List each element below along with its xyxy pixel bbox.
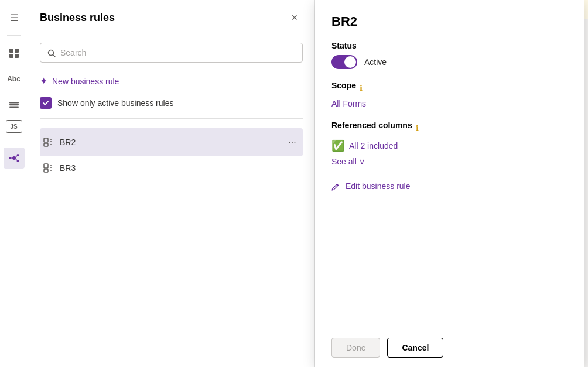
scope-info-icon[interactable]: ℹ	[360, 84, 363, 92]
rule-item-left-br3: BR3	[42, 162, 76, 174]
detail-title: BR2	[331, 14, 568, 29]
svg-rect-3	[15, 54, 19, 58]
filter-label: Show only active business rules	[57, 98, 173, 108]
detail-footer: Done Cancel	[315, 328, 584, 367]
status-value: Active	[364, 57, 387, 67]
sidebar-separator-2	[7, 140, 21, 140]
rule-item-br2[interactable]: BR2 ···	[40, 128, 303, 156]
ref-col-status-row: ✅ All 2 included	[331, 139, 568, 152]
svg-line-12	[16, 156, 17, 157]
search-input[interactable]	[60, 48, 295, 57]
close-panel-button[interactable]: ✕	[286, 9, 303, 26]
pencil-icon	[331, 181, 340, 191]
plus-icon: ✦	[40, 76, 47, 87]
sidebar-separator-1	[7, 35, 21, 36]
rule-name-br3: BR3	[60, 163, 76, 173]
svg-line-15	[53, 55, 56, 57]
edit-business-rule-button[interactable]: Edit business rule	[331, 178, 411, 194]
layers-nav-icon[interactable]	[4, 94, 25, 115]
ref-columns-label: Referenced columns	[331, 121, 412, 130]
icon-sidebar: ☰ Abc JS	[0, 0, 28, 367]
scope-value: All Forms	[331, 99, 366, 108]
scope-header-row: Scope ℹ	[331, 81, 568, 95]
new-business-rule-button[interactable]: ✦ New business rule	[40, 72, 119, 90]
text-nav-icon[interactable]: Abc	[4, 68, 25, 90]
search-icon	[47, 48, 56, 57]
detail-content: BR2 Status Active Scope ℹ All Forms	[315, 0, 584, 328]
svg-point-8	[9, 157, 11, 159]
panel-title: Business rules	[40, 12, 115, 24]
status-toggle[interactable]	[331, 55, 357, 69]
status-section: Status Active	[331, 41, 568, 69]
business-rules-panel: Business rules ✕ ✦ New business rule	[28, 0, 315, 367]
svg-rect-5	[9, 104, 19, 106]
rule-more-button-br2[interactable]: ···	[284, 134, 300, 150]
rule-name-br2: BR2	[60, 138, 76, 147]
grid-nav-icon[interactable]	[4, 43, 25, 64]
hamburger-menu-icon[interactable]: ☰	[4, 7, 25, 28]
edit-rule-label: Edit business rule	[346, 181, 411, 191]
detail-panel: BR2 Status Active Scope ℹ All Forms	[315, 0, 584, 367]
panel-header: Business rules ✕	[28, 0, 314, 33]
done-button[interactable]: Done	[331, 338, 380, 358]
svg-rect-0	[9, 49, 13, 53]
rule-icon-br3	[42, 162, 54, 174]
svg-rect-4	[9, 102, 19, 104]
ref-columns-value: All 2 included	[349, 141, 398, 150]
svg-rect-22	[44, 169, 48, 172]
panel-content: ✦ New business rule Show only active bus…	[28, 33, 314, 367]
new-rule-label: New business rule	[52, 77, 119, 86]
toggle-row: Active	[331, 55, 568, 69]
svg-rect-1	[15, 49, 19, 53]
filter-checkbox[interactable]	[40, 97, 52, 109]
scope-section: Scope ℹ All Forms	[331, 81, 568, 109]
main-area: Business rules ✕ ✦ New business rule	[28, 0, 588, 367]
filter-row[interactable]: Show only active business rules	[40, 97, 303, 119]
rule-item-br3[interactable]: BR3	[40, 156, 303, 180]
ref-col-header: Referenced columns ℹ	[331, 121, 568, 135]
js-nav-icon[interactable]: JS	[6, 120, 22, 133]
search-box[interactable]	[40, 43, 303, 63]
cancel-button[interactable]: Cancel	[387, 338, 443, 358]
see-all-label: See all	[331, 157, 357, 166]
chevron-down-icon: ∨	[359, 157, 365, 166]
ref-columns-section: Referenced columns ℹ ✅ All 2 included Se…	[331, 121, 568, 166]
rule-icon-br2	[42, 136, 54, 148]
svg-point-7	[12, 156, 16, 160]
ref-columns-info-icon[interactable]: ℹ	[416, 124, 419, 132]
rule-item-left: BR2	[42, 136, 76, 148]
see-all-button[interactable]: See all ∨	[331, 157, 365, 166]
status-label: Status	[331, 41, 568, 50]
svg-rect-16	[44, 138, 48, 142]
check-circle-icon: ✅	[331, 139, 344, 152]
svg-line-13	[16, 159, 17, 161]
svg-rect-21	[44, 164, 48, 168]
scope-label: Scope	[331, 81, 356, 90]
svg-rect-6	[9, 107, 19, 108]
right-area: ℹ This environment is associated with [P…	[315, 0, 588, 367]
svg-rect-17	[44, 143, 48, 146]
diagram-nav-icon[interactable]	[4, 148, 25, 169]
svg-rect-2	[9, 54, 13, 58]
